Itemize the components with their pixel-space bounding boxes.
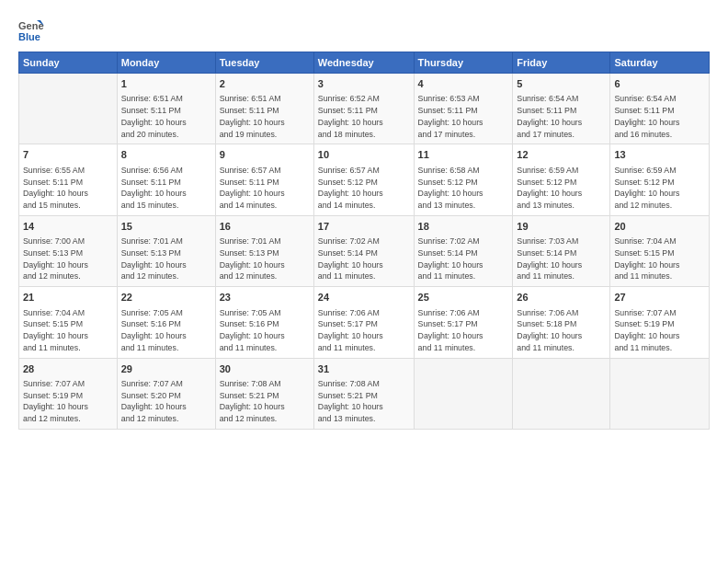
content-line: Sunrise: 6:54 AM (614, 93, 705, 105)
day-cell: 14Sunrise: 7:00 AMSunset: 5:13 PMDayligh… (19, 215, 118, 286)
day-number: 8 (121, 148, 211, 162)
content-line: Sunset: 5:11 PM (23, 177, 113, 189)
content-line: Daylight: 10 hours (418, 259, 509, 271)
day-number: 18 (418, 220, 509, 234)
day-content: Sunrise: 6:54 AMSunset: 5:11 PMDaylight:… (614, 93, 705, 140)
day-content: Sunrise: 7:02 AMSunset: 5:14 PMDaylight:… (418, 236, 509, 282)
content-line: Sunrise: 7:02 AM (418, 236, 509, 247)
content-line: Daylight: 10 hours (220, 188, 310, 200)
content-line: Sunset: 5:11 PM (220, 105, 310, 117)
col-header-sunday: Sunday (19, 52, 118, 74)
content-line: Daylight: 10 hours (517, 188, 606, 200)
day-cell: 12Sunrise: 6:59 AMSunset: 5:12 PMDayligh… (513, 144, 610, 215)
day-number: 14 (23, 220, 113, 234)
content-line: Sunrise: 7:07 AM (121, 378, 211, 390)
content-line: Sunrise: 7:03 AM (517, 236, 606, 247)
content-line: Sunset: 5:20 PM (121, 390, 211, 402)
content-line: Sunrise: 7:04 AM (23, 307, 113, 319)
content-line: Sunset: 5:19 PM (23, 390, 113, 402)
week-row-4: 21Sunrise: 7:04 AMSunset: 5:15 PMDayligh… (19, 287, 710, 358)
content-line: Daylight: 10 hours (23, 330, 113, 342)
day-content: Sunrise: 6:55 AMSunset: 5:11 PMDaylight:… (23, 165, 113, 212)
day-content: Sunrise: 6:51 AMSunset: 5:11 PMDaylight:… (220, 93, 310, 140)
day-number: 13 (614, 148, 705, 162)
content-line: and 17 minutes. (418, 129, 509, 141)
day-cell (19, 74, 118, 144)
day-content: Sunrise: 6:57 AMSunset: 5:12 PMDaylight:… (318, 165, 410, 212)
day-number: 24 (318, 291, 410, 304)
content-line: Sunrise: 7:00 AM (23, 236, 113, 247)
day-cell: 25Sunrise: 7:06 AMSunset: 5:17 PMDayligh… (414, 287, 513, 358)
content-line: and 20 minutes. (121, 129, 211, 141)
day-cell: 16Sunrise: 7:01 AMSunset: 5:13 PMDayligh… (215, 215, 313, 286)
day-number: 7 (23, 148, 113, 162)
content-line: and 19 minutes. (220, 129, 310, 141)
content-line: Sunset: 5:14 PM (318, 247, 410, 259)
content-line: Sunset: 5:11 PM (220, 177, 310, 189)
content-line: and 11 minutes. (418, 342, 509, 354)
content-line: Sunset: 5:11 PM (614, 105, 705, 117)
day-content: Sunrise: 7:01 AMSunset: 5:13 PMDaylight:… (220, 236, 310, 282)
header-row: SundayMondayTuesdayWednesdayThursdayFrid… (19, 52, 710, 74)
content-line: Sunset: 5:12 PM (318, 177, 410, 189)
day-cell: 10Sunrise: 6:57 AMSunset: 5:12 PMDayligh… (313, 144, 414, 215)
content-line: Sunrise: 6:57 AM (220, 165, 310, 177)
day-number: 23 (220, 291, 310, 304)
content-line: Sunrise: 7:04 AM (614, 236, 705, 247)
content-line: Sunset: 5:21 PM (318, 390, 410, 402)
svg-text:Blue: Blue (18, 31, 40, 42)
day-cell (513, 358, 610, 429)
content-line: Sunset: 5:11 PM (517, 105, 606, 117)
content-line: and 12 minutes. (220, 413, 310, 425)
logo-icon: General Blue (18, 17, 44, 42)
day-cell: 11Sunrise: 6:58 AMSunset: 5:12 PMDayligh… (414, 144, 513, 215)
day-cell: 15Sunrise: 7:01 AMSunset: 5:13 PMDayligh… (117, 215, 215, 286)
calendar-table: SundayMondayTuesdayWednesdayThursdayFrid… (18, 52, 710, 430)
page-header: General Blue (18, 17, 710, 42)
content-line: Sunset: 5:11 PM (121, 105, 211, 117)
day-number: 10 (318, 148, 410, 162)
day-number: 15 (121, 220, 211, 234)
content-line: Sunset: 5:15 PM (614, 247, 705, 259)
content-line: Sunrise: 6:59 AM (614, 165, 705, 177)
day-content: Sunrise: 6:51 AMSunset: 5:11 PMDaylight:… (121, 93, 211, 140)
content-line: and 15 minutes. (23, 200, 113, 212)
content-line: and 14 minutes. (220, 200, 310, 212)
content-line: Sunrise: 6:52 AM (318, 93, 410, 105)
day-cell: 18Sunrise: 7:02 AMSunset: 5:14 PMDayligh… (414, 215, 513, 286)
content-line: Daylight: 10 hours (121, 401, 211, 413)
col-header-friday: Friday (513, 52, 610, 74)
day-number: 17 (318, 220, 410, 234)
day-cell: 24Sunrise: 7:06 AMSunset: 5:17 PMDayligh… (313, 287, 414, 358)
day-content: Sunrise: 7:08 AMSunset: 5:21 PMDaylight:… (220, 378, 310, 425)
content-line: and 12 minutes. (23, 270, 113, 282)
content-line: Sunset: 5:11 PM (318, 105, 410, 117)
content-line: Daylight: 10 hours (318, 188, 410, 200)
day-cell: 20Sunrise: 7:04 AMSunset: 5:15 PMDayligh… (610, 215, 710, 286)
day-number: 4 (418, 77, 509, 91)
day-content: Sunrise: 6:53 AMSunset: 5:11 PMDaylight:… (418, 93, 509, 140)
content-line: and 13 minutes. (517, 200, 606, 212)
day-number: 19 (517, 220, 606, 234)
day-cell: 5Sunrise: 6:54 AMSunset: 5:11 PMDaylight… (513, 74, 610, 144)
content-line: Sunrise: 7:06 AM (418, 307, 509, 319)
col-header-wednesday: Wednesday (313, 52, 414, 74)
day-number: 11 (418, 148, 509, 162)
day-content: Sunrise: 7:05 AMSunset: 5:16 PMDaylight:… (121, 307, 211, 354)
day-number: 20 (614, 220, 705, 234)
col-header-monday: Monday (117, 52, 215, 74)
day-number: 12 (517, 148, 606, 162)
content-line: Sunrise: 6:53 AM (418, 93, 509, 105)
content-line: and 12 minutes. (23, 413, 113, 425)
day-content: Sunrise: 7:07 AMSunset: 5:20 PMDaylight:… (121, 378, 211, 425)
content-line: and 11 minutes. (614, 270, 705, 282)
day-content: Sunrise: 7:04 AMSunset: 5:15 PMDaylight:… (614, 236, 705, 282)
content-line: and 11 minutes. (418, 270, 509, 282)
day-content: Sunrise: 6:54 AMSunset: 5:11 PMDaylight:… (517, 93, 606, 140)
day-cell: 8Sunrise: 6:56 AMSunset: 5:11 PMDaylight… (117, 144, 215, 215)
day-cell: 27Sunrise: 7:07 AMSunset: 5:19 PMDayligh… (610, 287, 710, 358)
content-line: Daylight: 10 hours (220, 259, 310, 271)
content-line: and 13 minutes. (318, 413, 410, 425)
day-number: 6 (614, 77, 705, 91)
day-cell: 30Sunrise: 7:08 AMSunset: 5:21 PMDayligh… (215, 358, 313, 429)
